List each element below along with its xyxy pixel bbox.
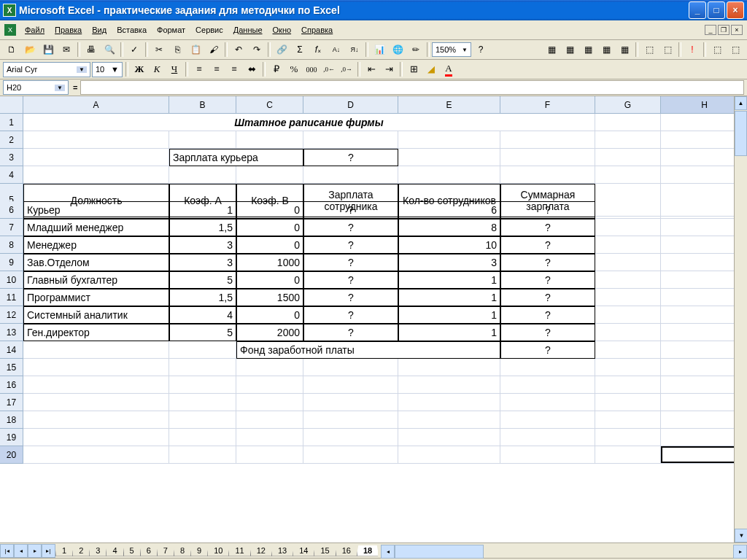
cell[interactable]: 0 (236, 306, 303, 324)
cell[interactable]: ? (500, 201, 595, 219)
cell[interactable] (169, 376, 236, 394)
cell[interactable] (23, 341, 169, 359)
field-b2[interactable]: ⬚ (727, 41, 744, 58)
scroll-down-button[interactable]: ▼ (735, 529, 747, 542)
cell[interactable]: 0 (236, 201, 303, 219)
cell[interactable] (500, 131, 595, 149)
cell[interactable]: ? (303, 271, 398, 289)
menu-format[interactable]: Формат (152, 24, 190, 36)
cell[interactable] (595, 376, 661, 394)
cell[interactable]: Ген.директор (23, 324, 169, 341)
cell[interactable] (398, 376, 500, 394)
decrease-decimal-button[interactable]: ,0→ (338, 61, 355, 77)
cell[interactable] (500, 429, 595, 446)
cell[interactable]: 2000 (236, 324, 303, 341)
comma-button[interactable]: 000 (303, 61, 320, 77)
cell[interactable] (303, 359, 398, 376)
cell[interactable] (169, 131, 236, 149)
mdi-minimize[interactable]: _ (705, 25, 716, 35)
cell[interactable]: ? (500, 236, 595, 254)
cell[interactable]: 5 (169, 271, 236, 289)
cell[interactable]: 8 (398, 219, 500, 236)
cell[interactable]: ? (500, 324, 595, 341)
row-header[interactable]: 17 (0, 394, 23, 411)
mdi-restore[interactable]: ❐ (718, 25, 729, 35)
cell[interactable] (500, 149, 595, 166)
cell[interactable] (595, 394, 661, 411)
cell[interactable]: ? (500, 289, 595, 306)
cell[interactable] (398, 429, 500, 446)
sheet-tab[interactable]: 6 (140, 545, 158, 556)
cell[interactable] (169, 166, 236, 184)
cell[interactable]: 0 (236, 219, 303, 236)
function-button[interactable]: fₓ (309, 41, 327, 58)
paste-button[interactable]: 📋 (187, 41, 204, 58)
align-left-button[interactable]: ≡ (191, 61, 207, 77)
sheet-tab[interactable]: 1 (55, 545, 73, 556)
cell[interactable]: 3 (398, 254, 500, 271)
cell[interactable] (398, 131, 500, 149)
row-header[interactable]: 14 (0, 341, 23, 359)
sheet-tab[interactable]: 9 (190, 545, 208, 556)
spell-check-button[interactable]: ✓ (125, 41, 143, 58)
sheet-tab[interactable]: 3 (89, 545, 107, 556)
cell[interactable] (23, 376, 169, 394)
cell[interactable]: 1 (398, 289, 500, 306)
cell[interactable] (500, 394, 595, 411)
cell[interactable]: ? (303, 324, 398, 341)
currency-button[interactable]: ₽ (268, 61, 285, 77)
cell[interactable]: Менеджер (23, 236, 169, 254)
row-header[interactable]: 16 (0, 376, 23, 394)
scroll-left-button[interactable]: ◂ (381, 545, 395, 559)
scroll-thumb[interactable] (735, 111, 747, 156)
scroll-right-button[interactable]: ▸ (733, 545, 747, 559)
cell[interactable]: 4 (169, 306, 236, 324)
menu-tools[interactable]: Сервис (191, 24, 228, 36)
menu-view[interactable]: Вид (88, 24, 111, 36)
cell[interactable]: 1 (398, 324, 500, 341)
cell[interactable] (236, 166, 303, 184)
cell[interactable]: ? (303, 219, 398, 236)
underline-button[interactable]: Ч (166, 61, 182, 77)
cell[interactable]: ? (303, 306, 398, 324)
sort-desc-button[interactable]: Я↓ (346, 41, 363, 58)
cell[interactable] (303, 376, 398, 394)
pivot-button[interactable]: ▦ (543, 41, 560, 58)
cell[interactable]: Фонд заработной платы (236, 341, 500, 359)
undo-button[interactable]: ↶ (230, 41, 247, 58)
cell[interactable] (595, 341, 661, 359)
sheet-tab[interactable]: 2 (72, 545, 90, 556)
column-header[interactable]: G (595, 96, 661, 114)
format-painter-button[interactable]: 🖌 (205, 41, 222, 58)
italic-button[interactable]: К (149, 61, 165, 77)
cell[interactable]: 1 (169, 201, 236, 219)
cut-button[interactable]: ✂ (150, 41, 168, 58)
align-right-button[interactable]: ≡ (226, 61, 242, 77)
cell[interactable]: ? (500, 254, 595, 271)
cell[interactable] (500, 446, 595, 464)
column-header[interactable]: A (23, 96, 169, 114)
cell[interactable] (236, 394, 303, 411)
cell[interactable] (595, 411, 661, 429)
cell[interactable] (169, 341, 236, 359)
cell[interactable]: Младший менеджер (23, 219, 169, 236)
row-header[interactable]: 15 (0, 359, 23, 376)
cell[interactable] (500, 166, 595, 184)
cell-grid[interactable]: ABCDEFGH1Штатное раписание фирмы23Зарпла… (0, 96, 747, 464)
cell[interactable]: 0 (236, 236, 303, 254)
pivot-b5[interactable]: ▦ (616, 41, 633, 58)
cell[interactable] (595, 271, 661, 289)
cell[interactable] (23, 446, 169, 464)
new-button[interactable]: 🗋 (3, 41, 20, 58)
mdi-close[interactable]: × (731, 25, 743, 35)
cell[interactable] (303, 446, 398, 464)
row-header[interactable]: 11 (0, 289, 23, 306)
cell[interactable] (169, 429, 236, 446)
cell[interactable] (595, 324, 661, 341)
sheet-tab[interactable]: 10 (207, 545, 229, 556)
sheet-tab[interactable]: 14 (293, 545, 314, 556)
cell[interactable]: ? (500, 271, 595, 289)
mail-button[interactable]: ✉ (58, 41, 75, 58)
cell[interactable]: ? (500, 219, 595, 236)
sheet-tab[interactable]: 13 (271, 545, 293, 556)
